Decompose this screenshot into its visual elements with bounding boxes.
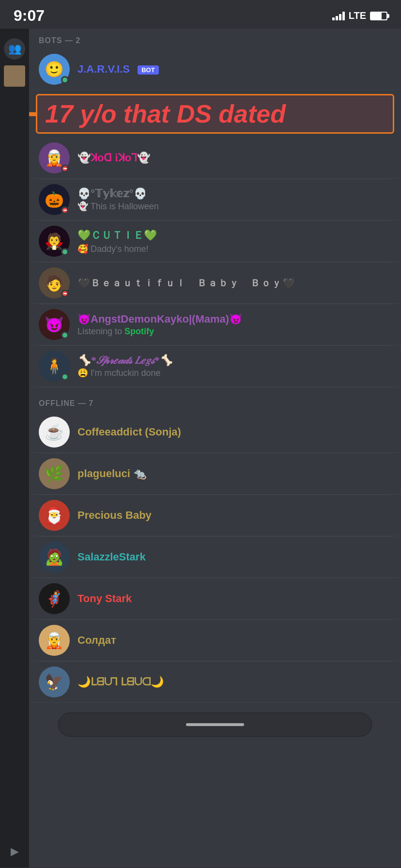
tyke-status: 👻 This is Halloween xyxy=(77,201,391,212)
tony-avatar-wrap: 🦸 xyxy=(39,583,70,614)
member-list: BOTS — 2 🙂 J.A.R.V.I.S BOT ⬅ 17 y/o that… xyxy=(29,29,401,868)
jarvis-info: J.A.R.V.I.S BOT xyxy=(77,63,391,76)
soldat-avatar-wrap: 🧝 xyxy=(39,625,70,656)
sacul-avatar-wrap: 🦅 xyxy=(39,666,70,698)
highlight-text: 17 y/o that DS dated xyxy=(45,100,286,128)
spreads-status: 😩 I'm mcfuckin done xyxy=(77,368,391,378)
loki-name: 👻ꓘoᗡ iꓘoꓶ👻 xyxy=(77,152,391,164)
angst-info: 😈AngstDemonKayko|(Mama)😈 Listening to Sp… xyxy=(77,313,391,337)
tyke-status-dot xyxy=(61,206,69,214)
spreads-name: 🦴*𝒮𝓅𝓇𝑒𝒶𝒹𝓈 𝐿𝑒𝑔𝓈*🦴 xyxy=(77,354,391,367)
member-item-salazzle[interactable]: 🧟 SalazzleStark xyxy=(29,537,401,578)
bot-badge: BOT xyxy=(138,65,158,75)
tyke-info: 💀°𝕋𝕪𝕜𝕖𝕫°💀 👻 This is Halloween xyxy=(77,187,391,212)
status-bar: 9:07 LTE xyxy=(0,0,401,29)
users-icon: 👥 xyxy=(8,43,21,55)
member-item-soldat[interactable]: 🧝 Солдат xyxy=(29,620,401,661)
sacul-info: 🌙ꓡᗺᑌꓶ ꓡᗺᑌᗡ🌙 xyxy=(77,676,391,688)
cutie-status-dot xyxy=(61,248,69,256)
coffee-avatar: ☕ xyxy=(39,417,70,448)
precious-info: Precious Baby xyxy=(77,509,391,522)
tony-avatar: 🦸 xyxy=(39,583,70,614)
soldat-avatar: 🧝 xyxy=(39,625,70,656)
member-item-spreads[interactable]: 🧍 🦴*𝒮𝓅𝓇𝑒𝒶𝒹𝓈 𝐿𝑒𝑔𝓈*🦴 😩 I'm mcfuckin done xyxy=(29,346,401,387)
member-item-beautifulbaby[interactable]: 🧑 🖤Ｂｅａｕｔｉｆｕｌ Ｂａｂｙ Ｂｏｙ🖤 xyxy=(29,263,401,304)
home-bar xyxy=(186,723,244,726)
offline-section-header: OFFLINE — 7 xyxy=(29,388,401,412)
bbb-name: 🖤Ｂｅａｕｔｉｆｕｌ Ｂａｂｙ Ｂｏｙ🖤 xyxy=(77,277,391,290)
member-item-tyke[interactable]: 🎃 💀°𝕋𝕪𝕜𝕖𝕫°💀 👻 This is Halloween xyxy=(29,179,401,220)
member-item-cutie[interactable]: 🧛 💚ＣＵＴＩＥ💚 🥰 Daddy's home! xyxy=(29,221,401,262)
plague-info: plagueluci 🐀 xyxy=(77,467,391,480)
tyke-name: 💀°𝕋𝕪𝕜𝕖𝕫°💀 xyxy=(77,187,391,200)
salazzle-avatar-wrap: 🧟 xyxy=(39,542,70,573)
bots-section-header: BOTS — 2 xyxy=(29,29,401,49)
loki-avatar-wrap: 🧝 xyxy=(39,142,70,173)
spreads-info: 🦴*𝒮𝓅𝓇𝑒𝒶𝒹𝓈 𝐿𝑒𝑔𝓈*🦴 😩 I'm mcfuckin done xyxy=(77,354,391,378)
loki-info: 👻ꓘoᗡ iꓘoꓶ👻 xyxy=(77,152,391,164)
member-item-plague[interactable]: 🌿 plagueluci 🐀 xyxy=(29,453,401,495)
lte-label: LTE xyxy=(349,10,366,21)
jarvis-name-text: J.A.R.V.I.S xyxy=(77,63,130,75)
tony-info: Tony Stark xyxy=(77,592,391,605)
coffee-avatar-wrap: ☕ xyxy=(39,417,70,448)
jarvis-status-dot xyxy=(61,76,69,84)
sidebar-server-icon[interactable] xyxy=(4,65,25,87)
member-item-jarvis[interactable]: 🙂 J.A.R.V.I.S BOT xyxy=(29,49,401,90)
precious-name: Precious Baby xyxy=(77,509,391,522)
home-indicator xyxy=(58,713,372,737)
member-item-loki[interactable]: 🧝 👻ꓘoᗡ iꓘoꓶ👻 xyxy=(29,138,401,179)
jarvis-avatar-wrap: 🙂 xyxy=(39,54,70,85)
cutie-name: 💚ＣＵＴＩＥ💚 xyxy=(77,228,391,243)
soldat-name: Солдат xyxy=(77,634,391,647)
member-item-precious[interactable]: 🎅 Precious Baby xyxy=(29,495,401,536)
precious-avatar: 🎅 xyxy=(39,500,70,531)
angst-avatar-wrap: 😈 xyxy=(39,309,70,340)
soldat-info: Солдат xyxy=(77,634,391,647)
loki-status-dot xyxy=(61,165,69,172)
spreads-status-dot xyxy=(61,373,69,381)
cutie-info: 💚ＣＵＴＩＥ💚 🥰 Daddy's home! xyxy=(77,228,391,254)
bbb-info: 🖤Ｂｅａｕｔｉｆｕｌ Ｂａｂｙ Ｂｏｙ🖤 xyxy=(77,277,391,290)
jarvis-name: J.A.R.V.I.S BOT xyxy=(77,63,391,76)
salazzle-info: SalazzleStark xyxy=(77,551,391,563)
angst-name: 😈AngstDemonKayko|(Mama)😈 xyxy=(77,313,391,326)
salazzle-avatar: 🧟 xyxy=(39,542,70,573)
member-item-tony[interactable]: 🦸 Tony Stark xyxy=(29,578,401,620)
bbb-status-dot xyxy=(61,290,69,297)
spreads-avatar-wrap: 🧍 xyxy=(39,351,70,382)
main-layout: 👥 ▶ BOTS — 2 🙂 J.A.R.V.I.S BOT xyxy=(0,29,401,868)
tony-name: Tony Stark xyxy=(77,592,391,605)
status-icons: LTE xyxy=(332,10,387,21)
status-time: 9:07 xyxy=(14,7,45,25)
member-item-sacul[interactable]: 🦅 🌙ꓡᗺᑌꓶ ꓡᗺᑌᗡ🌙 xyxy=(29,662,401,703)
angst-status-dot xyxy=(61,331,69,339)
member-item-angst[interactable]: 😈 😈AngstDemonKayko|(Mama)😈 Listening to … xyxy=(29,304,401,345)
precious-avatar-wrap: 🎅 xyxy=(39,500,70,531)
plague-name: plagueluci 🐀 xyxy=(77,467,391,480)
sacul-name: 🌙ꓡᗺᑌꓶ ꓡᗺᑌᗡ🌙 xyxy=(77,676,391,688)
signal-icon xyxy=(332,12,345,20)
arrow-icon: ⬅ xyxy=(29,104,38,124)
coffee-name: Coffeeaddict (Sonja) xyxy=(77,426,391,438)
angst-status: Listening to Spotify xyxy=(77,326,391,337)
plague-avatar-wrap: 🌿 xyxy=(39,458,70,489)
tyke-avatar-wrap: 🎃 xyxy=(39,184,70,215)
salazzle-name: SalazzleStark xyxy=(77,551,391,563)
sidebar-arrow-icon[interactable]: ▶ xyxy=(11,845,19,858)
cutie-avatar-wrap: 🧛 xyxy=(39,226,70,257)
plague-avatar: 🌿 xyxy=(39,458,70,489)
sidebar: 👥 ▶ xyxy=(0,29,29,868)
spotify-text: Spotify xyxy=(124,326,154,336)
coffee-info: Coffeeaddict (Sonja) xyxy=(77,426,391,438)
sidebar-users-icon: 👥 xyxy=(4,38,25,60)
cutie-status: 🥰 Daddy's home! xyxy=(77,244,391,254)
battery-icon xyxy=(370,12,387,20)
sacul-avatar: 🦅 xyxy=(39,666,70,698)
bbb-avatar-wrap: 🧑 xyxy=(39,267,70,298)
member-item-coffee[interactable]: ☕ Coffeeaddict (Sonja) xyxy=(29,412,401,453)
highlight-banner: ⬅ 17 y/o that DS dated xyxy=(36,94,394,134)
